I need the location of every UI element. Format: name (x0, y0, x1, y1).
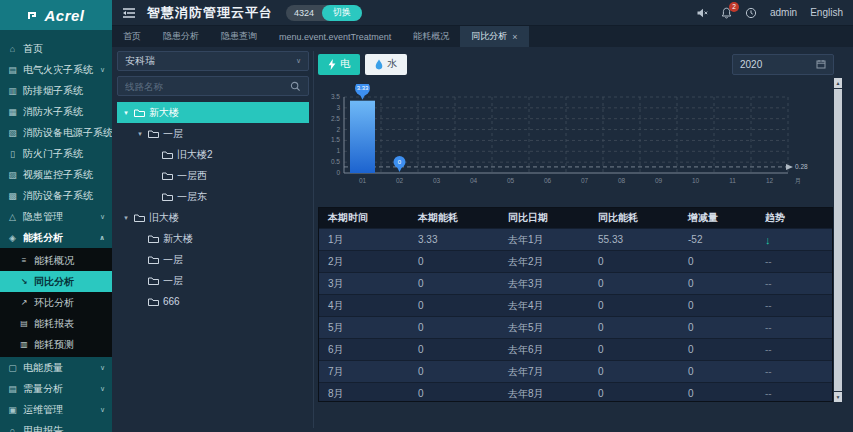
svg-text:3.5: 3.5 (331, 93, 340, 100)
sidebar-item-video-monitor[interactable]: ▨视频监控子系统 (0, 164, 112, 185)
language-switch[interactable]: English (810, 7, 843, 18)
sidebar-item-home[interactable]: ⌂首页 (0, 38, 112, 59)
tree-node-2[interactable]: 旧大楼2 (117, 144, 309, 165)
smoke-icon: ▥ (7, 86, 18, 96)
tree-node-4[interactable]: 一层东 (117, 186, 309, 207)
submenu-item-energy-forecast[interactable]: ▥能耗预测 (0, 334, 112, 355)
sidebar-item-label: 首页 (23, 42, 43, 56)
table-row[interactable]: 4月0去年4月00-- (319, 294, 832, 316)
bars[interactable] (350, 101, 375, 173)
scroll-up-arrow[interactable]: ▲ (834, 78, 842, 88)
sidebar-item-demand-analysis[interactable]: ▤需量分析∨ (0, 378, 112, 399)
tree-node-9[interactable]: 666 (117, 291, 309, 312)
table-row[interactable]: 6月0去年6月00-- (319, 338, 832, 360)
user-name[interactable]: admin (770, 7, 797, 18)
expand-arrow-icon[interactable]: ▾ (122, 214, 130, 222)
search-input[interactable] (125, 81, 286, 92)
sidebar-item-fire-equipment[interactable]: ▩消防设备子系统 (0, 185, 112, 206)
sidebar-item-power-quality[interactable]: ▢电能质量∨ (0, 357, 112, 378)
sidebar-item-maintenance[interactable]: ▣运维管理∨ (0, 399, 112, 420)
cell-energy: 0 (409, 256, 499, 267)
sidebar-item-hazard-mgmt[interactable]: △隐患管理∨ (0, 206, 112, 227)
tree-node-7[interactable]: 一层 (117, 249, 309, 270)
sidebar-item-fire-door[interactable]: ▯防火门子系统 (0, 143, 112, 164)
tab-energy-overview[interactable]: 能耗概况 (402, 26, 460, 47)
tree-node-8[interactable]: 一层 (117, 270, 309, 291)
svg-text:05: 05 (507, 177, 515, 184)
svg-text:12: 12 (766, 177, 774, 184)
sidebar-item-label: 防排烟子系统 (23, 84, 83, 98)
trend-none-text: -- (765, 300, 772, 311)
tree-node-6[interactable]: 新大楼 (117, 228, 309, 249)
table-row[interactable]: 5月0去年5月00-- (319, 316, 832, 338)
table-row[interactable]: 7月0去年7月00-- (319, 360, 832, 382)
folder-icon (134, 108, 145, 117)
sidebar-item-electrical-fire[interactable]: ▤电气火灾子系统∨ (0, 59, 112, 80)
tree-node-0[interactable]: ▾新大楼 (117, 102, 309, 123)
tree-node-3[interactable]: 一层西 (117, 165, 309, 186)
sidebar-item-smoke-control[interactable]: ▥防排烟子系统 (0, 80, 112, 101)
cell-trend: ↓ (756, 234, 832, 246)
tab-event-treatment[interactable]: menu.event.eventTreatment (268, 26, 402, 47)
sidebar-item-energy-analysis[interactable]: ◈能耗分析∧ (0, 227, 112, 248)
collapse-menu-icon[interactable] (122, 7, 136, 19)
trend-none-text: -- (765, 256, 772, 267)
submenu-item-energy-overview[interactable]: ≡能耗概况 (0, 250, 112, 271)
project-select[interactable]: 安科瑞 ∨ (117, 51, 309, 71)
cell-energy: 0 (409, 366, 499, 377)
comparison-table: 本期时间本期能耗同比日期同比能耗增减量趋势 1月3.33去年1月55.33-52… (318, 207, 833, 402)
folder-icon (134, 213, 145, 222)
tree-node-label: 一层 (163, 127, 183, 141)
tab-home[interactable]: 首页 (112, 26, 152, 47)
switch-button[interactable]: 切换 (322, 5, 362, 21)
cell-delta: 0 (679, 300, 756, 311)
submenu-item-label: 能耗概况 (34, 254, 74, 268)
tab-yoy-analysis[interactable]: 同比分析× (460, 26, 528, 47)
table-row[interactable]: 2月0去年2月00-- (319, 250, 832, 272)
folder-icon (162, 150, 173, 159)
electric-tab-button[interactable]: 电 (318, 54, 360, 75)
cell-yoy-energy: 0 (589, 388, 679, 399)
table-header-row: 本期时间本期能耗同比日期同比能耗增减量趋势 (319, 208, 832, 228)
close-tab-icon[interactable]: × (512, 32, 517, 42)
sidebar-item-label: 防火门子系统 (23, 147, 83, 161)
trend-none-text: -- (765, 388, 772, 399)
expand-arrow-icon[interactable]: ▾ (122, 109, 130, 117)
water-tab-button[interactable]: 水 (365, 54, 407, 75)
tree-node-5[interactable]: ▾旧大楼 (117, 207, 309, 228)
acrel-logo-icon (27, 9, 40, 22)
tab-hazard-query[interactable]: 隐患查询 (210, 26, 268, 47)
cell-delta: -52 (679, 234, 756, 245)
cell-period: 7月 (319, 365, 409, 379)
scroll-down-arrow[interactable]: ▼ (834, 392, 842, 402)
submenu-item-energy-report[interactable]: ▤能耗报表 (0, 313, 112, 334)
scrollbar-thumb[interactable] (834, 89, 842, 391)
svg-text:1: 1 (336, 147, 340, 154)
electric-icon: ▤ (7, 65, 18, 75)
sidebar-item-fire-equip-power[interactable]: ▧消防设备电源子系统 (0, 122, 112, 143)
submenu-item-mom-analysis[interactable]: ↗环比分析 (0, 292, 112, 313)
analysis-pane: 电 水 2020 00.511.522.533.5010203040506070… (318, 51, 834, 429)
year-picker[interactable]: 2020 (732, 54, 834, 75)
submenu-item-yoy-analysis[interactable]: ↘同比分析 (0, 271, 112, 292)
table-row[interactable]: 3月0去年3月00-- (319, 272, 832, 294)
vertical-scrollbar[interactable]: ▲ ▼ (834, 78, 842, 402)
sidebar-item-fire-water[interactable]: ▦消防水子系统 (0, 101, 112, 122)
svg-text:11: 11 (729, 177, 736, 184)
tab-hazard-analysis[interactable]: 隐患分析 (152, 26, 210, 47)
table-row[interactable]: 1月3.33去年1月55.33-52↓ (319, 228, 832, 250)
table-row[interactable]: 8月0去年8月00-- (319, 382, 832, 402)
clock-icon[interactable] (745, 7, 757, 19)
cell-trend: -- (756, 388, 832, 399)
svg-text:0.5: 0.5 (331, 158, 340, 165)
sidebar-item-electricity-report[interactable]: ○用电报告 (0, 420, 112, 432)
bell-icon[interactable]: 2 (721, 7, 732, 19)
cell-energy: 0 (409, 388, 499, 399)
tree-node-1[interactable]: ▾一层 (117, 123, 309, 144)
speaker-icon[interactable] (696, 7, 708, 19)
cell-yoy-date: 去年7月 (499, 365, 589, 379)
search-icon[interactable] (290, 81, 301, 92)
sidebar-item-label: 用电报告 (23, 424, 63, 432)
video-icon: ▨ (7, 170, 18, 180)
expand-arrow-icon[interactable]: ▾ (136, 130, 144, 138)
